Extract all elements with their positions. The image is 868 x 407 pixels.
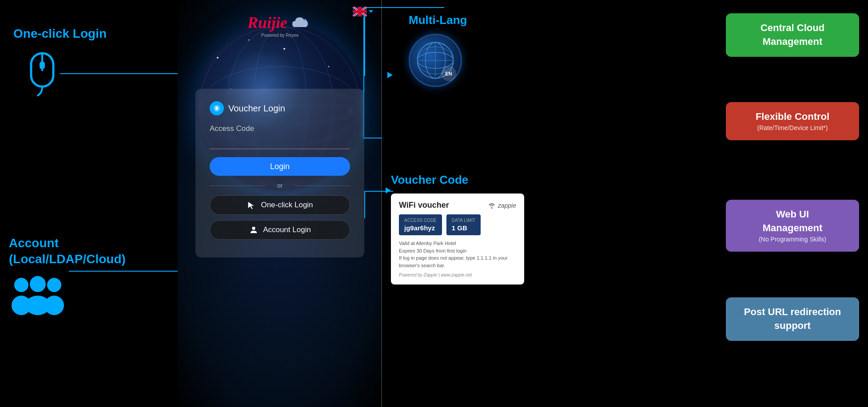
wifi-icon [487,202,496,209]
voucher-info: Valid at Allenby Park Hotel Expires 30 D… [399,240,516,269]
voucher-arrow [386,187,391,194]
uk-flag [353,7,367,16]
svg-rect-31 [353,10,367,13]
zappie-brand: zappie [498,202,516,209]
access-code-connector-h [364,138,382,138]
mouse-icon [24,49,60,98]
ticket-icon [213,104,221,112]
cursor-icon [247,200,256,210]
voucher-card: WiFi voucher zappie ACCESS CODE jg9ar6hy… [391,194,524,285]
center-section: Ruijie ✦ Powered by Reyee Voucher Login … [178,0,382,407]
feature-web-ui: Web UI Management (No Programming Skills… [726,200,859,252]
wifi-voucher-text: WiFi voucher [399,201,449,210]
feature-post-url: Post URL redirection support [726,297,859,341]
voucher-login-row: Voucher Login [210,101,350,115]
ruijie-sub-text: Powered by Reyee [247,33,312,38]
or-divider: or [210,182,350,189]
voucher-footer: Powered by Zappie | www.zappie.net [399,273,516,277]
svg-point-6 [47,278,61,292]
account-label: Account (Local/LDAP/Cloud) [9,235,126,268]
data-limit-field: DATA LIMIT 1 GB [446,214,481,235]
people-icon [9,275,67,315]
voucher-section: Voucher Code WiFi voucher zappie ACCESS … [391,173,551,285]
access-code-field: ACCESS CODE jg9ar6hyz [399,214,442,235]
svg-marker-32 [369,10,373,13]
account-h-line [69,271,180,272]
access-code-input[interactable] [210,136,350,149]
svg-point-16 [217,57,219,59]
feature-flexible-control: Flexible Control (Rate/Time/Device Limit… [726,102,859,140]
user-icon [249,225,259,235]
svg-point-4 [14,278,28,292]
svg-point-36 [252,227,255,230]
svg-point-17 [248,40,250,41]
en-badge: EN [441,66,456,81]
right-features-section: Central Cloud Management Flexible Contro… [555,0,868,407]
login-card: Voucher Login Access Code Login or One-c… [195,89,364,257]
svg-point-43 [491,207,492,209]
svg-point-20 [346,43,347,45]
left-section: One-click Login Account (Local/LDAP/Clou… [0,0,178,407]
voucher-login-text: Voucher Login [228,103,285,114]
voucher-to-input-v [364,191,365,218]
one-click-login-button[interactable]: One-click Login [210,195,350,215]
center-divider [381,0,382,407]
flag-to-multilang-v [364,7,365,76]
flag-to-multilang-h [364,7,444,8]
login-button[interactable]: Login [210,157,350,176]
globe-icon-large: EN [409,34,462,87]
account-login-button[interactable]: Account Login [210,220,350,240]
multilang-section: Multi-Lang EN [391,13,542,87]
svg-point-35 [216,107,218,110]
svg-text:✦: ✦ [303,17,308,24]
access-code-label: Access Code [210,124,350,133]
svg-point-9 [25,296,50,315]
voucher-fields: ACCESS CODE jg9ar6hyz DATA LIMIT 1 GB [399,214,516,235]
voucher-code-label: Voucher Code [391,173,551,187]
feature-central-cloud: Central Cloud Management [726,13,859,57]
multilang-arrow [387,72,393,78]
svg-rect-3 [40,61,45,69]
svg-point-8 [30,276,46,292]
dropdown-arrow [369,9,373,14]
one-click-login-label: One-click Login [13,27,107,41]
multilang-label: Multi-Lang [409,13,542,27]
svg-point-18 [283,48,285,50]
cloud-icon: ✦ [290,14,312,32]
svg-point-19 [328,66,330,67]
voucher-icon [210,101,224,115]
ruijie-logo: Ruijie ✦ Powered by Reyee [247,13,312,38]
flag-icon[interactable] [353,7,373,16]
ruijie-text: Ruijie [247,13,287,32]
voucher-card-header: WiFi voucher zappie [399,201,516,210]
oneclick-h-line [60,73,180,74]
